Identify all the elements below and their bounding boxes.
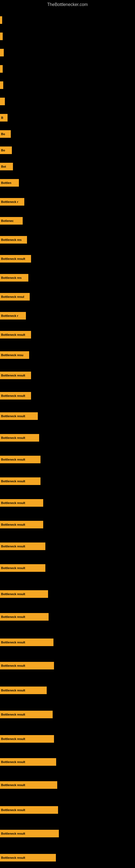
bar-row [0, 49, 4, 56]
bar-label: Bottleneck result [1, 832, 25, 835]
bar-row: Bottleneck result [0, 542, 45, 550]
bar-row: Botlenec [0, 217, 23, 225]
bar: Bottleneck result [0, 456, 41, 463]
bar-label: Bottleneck res [1, 276, 21, 279]
bar: Bottleneck result [0, 830, 59, 837]
bar-label: Bottleneck r [1, 314, 18, 317]
bar: Bottleneck res [0, 236, 27, 244]
bar: Bottleneck result [0, 590, 48, 598]
bar: Bottleneck result [0, 331, 31, 339]
bar-row: Bottleneck result [0, 781, 57, 789]
bar-row: Bottleneck result [0, 613, 49, 621]
bar-label: Bottleneck result [1, 523, 25, 526]
bar: Bottleneck r [0, 198, 24, 206]
bar-row: Bottleneck result [0, 639, 53, 646]
bar: Bottlen [0, 179, 19, 187]
bar-label: Bottlen [1, 181, 11, 184]
bar-row [0, 65, 3, 73]
bar-row: Bo [0, 130, 11, 138]
bar-row: Bottleneck result [0, 830, 59, 837]
bar-label: Bot [1, 165, 6, 168]
bar-label: Bottleneck res [1, 238, 21, 241]
site-title: TheBottlenecker.com [0, 0, 135, 9]
bar: Bo [0, 130, 11, 138]
bar-row: Bottleneck result [0, 477, 41, 485]
bar-label: Bottleneck result [1, 615, 25, 618]
bar-row: Bottlen [0, 179, 19, 187]
bar-label: Bottleneck result [1, 641, 25, 644]
bar-row: Bottleneck resul [0, 293, 30, 301]
bar [0, 98, 5, 105]
bar: Bottleneck resu [0, 351, 29, 359]
bar-label: Bottleneck result [1, 592, 25, 596]
bar: Bottleneck result [0, 686, 47, 694]
bar [0, 49, 4, 56]
bar: Bottleneck result [0, 499, 43, 507]
bar-row: Bottleneck result [0, 456, 41, 463]
bar-label: Bottleneck result [1, 257, 25, 260]
bar: Bottleneck result [0, 255, 31, 262]
bar-label: Bottleneck result [1, 664, 25, 667]
bar [0, 33, 3, 40]
bar-label: Bo [1, 132, 5, 135]
bar: Bottleneck result [0, 662, 54, 670]
bar-label: Bottleneck result [1, 566, 25, 569]
bar-row: Bottleneck result [0, 758, 56, 766]
bar-label: Bottleneck result [1, 856, 25, 859]
bar-row [0, 82, 3, 89]
bar-row: Bottleneck result [0, 711, 53, 718]
bar-row: Bottleneck result [0, 735, 54, 743]
bar: Bottleneck result [0, 521, 43, 528]
bar-row: Bottleneck r [0, 198, 24, 206]
bar-label: Bottleneck result [1, 760, 25, 764]
bar-label: Bottleneck result [1, 414, 25, 418]
bar-label: Bo [1, 149, 5, 152]
bar-row: Bottleneck result [0, 590, 48, 598]
bar-row: Bottleneck result [0, 564, 45, 572]
bar-label: Bottleneck r [1, 200, 18, 204]
bar-label: Bottleneck result [1, 737, 25, 741]
bar: Bottleneck result [0, 412, 38, 420]
bar: Bottleneck result [0, 372, 31, 379]
bar: Bottleneck result [0, 758, 56, 766]
bar: Bottleneck result [0, 806, 58, 814]
bar-row: Bottleneck result [0, 255, 31, 262]
bar-label: Bottleneck result [1, 783, 25, 786]
bar-label: Bottleneck result [1, 333, 25, 336]
bar-label: Bottleneck result [1, 713, 25, 716]
bar [0, 82, 3, 89]
bar: Bottleneck result [0, 781, 57, 789]
bar-row: Bo [0, 147, 12, 154]
bar-label: Bottleneck result [1, 501, 25, 504]
bar-label: Bottleneck result [1, 374, 25, 377]
bar: Bottleneck result [0, 639, 53, 646]
bar-label: Bottleneck resu [1, 353, 24, 357]
bar-row: B [0, 114, 8, 122]
bar-label: Bottleneck resul [1, 295, 24, 299]
bar: Bottleneck result [0, 392, 31, 400]
bar-row: Bottleneck resu [0, 351, 29, 359]
bar-label: Bottleneck result [1, 458, 25, 461]
bar-label: Bottleneck result [1, 545, 25, 548]
bar-row [0, 98, 5, 105]
bar-row: Bottleneck result [0, 686, 47, 694]
bar-row: Bottleneck result [0, 372, 31, 379]
bar: Bottleneck result [0, 854, 56, 862]
bar-label: Bottleneck result [1, 689, 25, 692]
bar: Bottleneck result [0, 735, 54, 743]
bar-row: Bottleneck result [0, 392, 31, 400]
bar: Bottleneck r [0, 312, 26, 319]
bar-row: Bottleneck result [0, 806, 58, 814]
bar-row: Bottleneck result [0, 434, 39, 442]
bar-row: Bottleneck result [0, 499, 43, 507]
bar: Bo [0, 147, 12, 154]
bar-row: Bottleneck result [0, 662, 54, 670]
bar-row: Bottleneck result [0, 521, 43, 528]
bar-row: Bottleneck r [0, 312, 26, 319]
bar-label: B [1, 116, 3, 119]
bar-label: Bottleneck result [1, 394, 25, 397]
bar: Bottleneck result [0, 477, 41, 485]
bar: B [0, 114, 8, 122]
bar-row: Bottleneck result [0, 854, 56, 862]
bar-row [0, 16, 2, 24]
